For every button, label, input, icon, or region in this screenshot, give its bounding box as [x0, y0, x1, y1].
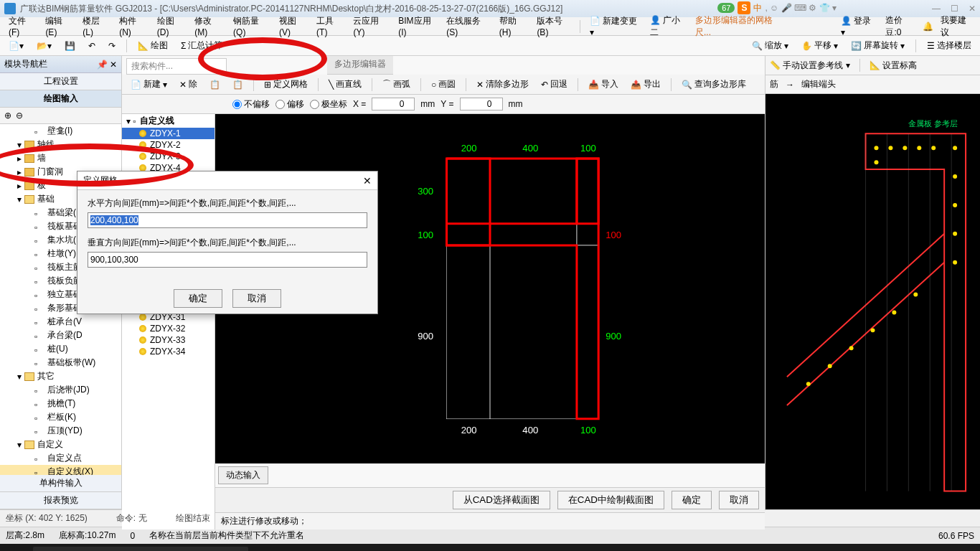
menu-floor[interactable]: 楼层(L) — [78, 13, 112, 39]
new-file-icon[interactable]: 📄▾ — [4, 39, 28, 52]
undo-polygon-button[interactable]: ↶ 回退 — [537, 77, 572, 92]
dialog-ok-button[interactable]: 确定 — [174, 289, 222, 308]
delete-polygon-button[interactable]: ✕ 除 — [175, 77, 202, 92]
export-button[interactable]: 📤 导出 — [626, 77, 665, 92]
single-component-input[interactable]: 单构件输入 — [0, 475, 121, 492]
menu-version[interactable]: 版本号(B) — [532, 13, 575, 39]
dynamic-input-button[interactable]: 动态输入 — [218, 466, 268, 484]
list-item[interactable]: ZDYX-2 — [122, 139, 215, 151]
tree-item[interactable]: ▾其它 — [0, 369, 121, 383]
tree-item[interactable]: ▫自定义点 — [0, 451, 121, 465]
horizontal-spacing-input[interactable]: 200,400,100 — [88, 212, 367, 228]
edge-icon[interactable]: e — [326, 545, 346, 551]
notepad-icon[interactable]: 📝 — [519, 545, 540, 551]
draw-line-button[interactable]: ╲ 画直线 — [324, 77, 366, 92]
menu-help[interactable]: 帮助(H) — [495, 13, 530, 39]
dialog-cancel-button[interactable]: 取消 — [232, 289, 281, 308]
tree-item[interactable]: ▸墙 — [0, 151, 121, 165]
list-item[interactable]: ZDYX-33 — [122, 334, 215, 346]
clear-polygon-button[interactable]: ✕ 清除多边形 — [472, 77, 533, 92]
report-preview[interactable]: 报表预览 — [0, 492, 121, 509]
rotate-button[interactable]: 🔄 屏幕旋转 ▾ — [847, 38, 909, 53]
dialog-close-button[interactable]: ✕ — [363, 175, 372, 187]
menu-online[interactable]: 在线服务(S) — [442, 13, 492, 39]
expand-icon[interactable]: ⊕ — [4, 110, 11, 121]
edge2-icon[interactable]: e — [374, 545, 395, 551]
tree-item[interactable]: ▫桩承台(V — [0, 315, 121, 329]
cortana-search[interactable]: ○ 在这里输入你要搜索的内容 — [33, 547, 248, 551]
menu-rebar[interactable]: 钢筋量(Q) — [229, 13, 272, 39]
draw-button[interactable]: 📐 绘图 — [133, 38, 172, 53]
list-item[interactable]: ZDYX-1 — [122, 128, 215, 139]
draw-in-cad-button[interactable]: 在CAD中绘制截面图 — [557, 491, 664, 509]
sogou-ime-icon[interactable]: S — [738, 1, 750, 14]
import-button[interactable]: 📥 导入 — [584, 77, 623, 92]
app-icon-1[interactable]: ❋ — [301, 545, 321, 551]
new-change-button[interactable]: 📄 新建变更 ▾ — [585, 13, 643, 39]
no-offset-radio[interactable]: 不偏移 — [232, 98, 270, 110]
zoom-button[interactable]: 🔍 缩放 ▾ — [748, 38, 793, 53]
cancel-button[interactable]: 取消 — [719, 491, 759, 509]
tree-item[interactable]: ▫桩(U) — [0, 342, 121, 356]
menu-view[interactable]: 视图(V) — [275, 13, 309, 39]
select-floor-button[interactable]: ☰ 选择楼层 — [923, 38, 976, 53]
copy-icon[interactable]: 📋 — [205, 78, 225, 91]
start-button[interactable]: ⊞ — [3, 545, 29, 551]
tree-item[interactable]: ▫压顶(YD) — [0, 424, 121, 438]
polygon-editor-tab[interactable]: 多边形编辑器 — [327, 56, 393, 75]
tree-item[interactable]: ▫壁龛(I) — [0, 124, 121, 138]
vertical-spacing-input[interactable]: 900,100,300 — [88, 252, 367, 268]
menu-tool[interactable]: 工具(T) — [312, 13, 346, 39]
store-icon[interactable]: 🛍 — [350, 545, 370, 551]
menu-draw[interactable]: 绘图(D) — [153, 13, 188, 39]
set-elevation-button[interactable]: 📐 设置标高 — [870, 60, 917, 72]
new-polygon-button[interactable]: 📄 新建 ▾ — [126, 77, 171, 92]
task-view-icon[interactable]: ▭ — [253, 545, 273, 551]
confirm-button[interactable]: 确定 — [672, 491, 712, 509]
sum-button[interactable]: Σ 汇总计算 — [176, 38, 227, 53]
draw-arc-button[interactable]: ⌒ 画弧 — [378, 77, 415, 92]
ie-icon[interactable]: e — [423, 545, 443, 551]
offset-radio[interactable]: 偏移 — [275, 98, 304, 110]
y-input[interactable]: 0 — [460, 98, 503, 110]
define-grid-button[interactable]: ⊞ 定义网格 — [260, 77, 312, 92]
component-search[interactable]: 搜索构件... — [126, 58, 227, 75]
list-root[interactable]: ▾ ▫ 自定义线 — [122, 114, 215, 128]
tree-item[interactable]: ▫栏板(K) — [0, 410, 121, 424]
notification-count[interactable]: 67 — [717, 3, 735, 13]
excel-icon[interactable]: 📊 — [399, 545, 419, 551]
tree-item[interactable]: ▫承台梁(D — [0, 329, 121, 342]
collapse-icon[interactable]: ⊖ — [16, 110, 23, 121]
tree-item[interactable]: ▫基础板带(W) — [0, 356, 121, 369]
menu-edit[interactable]: 编辑(E) — [41, 13, 75, 39]
login-button[interactable]: 👤 登录 ▾ — [837, 13, 879, 39]
list-item[interactable]: ZDYX-3 — [122, 151, 215, 162]
query-polygon-button[interactable]: 🔍 查询多边形库 — [677, 77, 750, 92]
guangxiaoer-button[interactable]: 👤 广小二 — [646, 12, 689, 41]
redo-icon[interactable]: ↷ — [104, 39, 120, 52]
tree-item[interactable]: ▫挑檐(T) — [0, 397, 121, 410]
tree-item[interactable]: ▾自定义 — [0, 438, 121, 451]
tree-item[interactable]: ▫后浇带(JD) — [0, 383, 121, 397]
paste-icon[interactable]: 📋 — [228, 78, 248, 91]
edit-end-button[interactable]: 编辑端头 — [801, 78, 836, 90]
pan-button[interactable]: ✋ 平移 ▾ — [797, 38, 842, 53]
undo-icon[interactable]: ↶ — [84, 39, 100, 52]
tree-item[interactable]: ▫自定义线(X) — [0, 465, 121, 475]
draw-circle-button[interactable]: ○ 画圆 — [427, 77, 460, 92]
x-input[interactable]: 0 — [372, 98, 415, 110]
right-canvas[interactable]: 金属板 参考层 — [765, 94, 980, 509]
drawing-input-tab[interactable]: 绘图输入 — [0, 90, 121, 108]
menu-cloud[interactable]: 云应用(Y) — [349, 13, 391, 39]
polar-radio[interactable]: 极坐标 — [310, 98, 347, 110]
edit-rebar-button[interactable]: 筋 — [770, 78, 778, 90]
menu-modify[interactable]: 修改(M) — [190, 13, 226, 39]
suggest-button[interactable]: 我要建议 — [936, 12, 976, 41]
menu-bim[interactable]: BIM应用(I) — [394, 13, 439, 39]
open-file-icon[interactable]: 📂▾ — [32, 39, 56, 52]
tree-item[interactable]: ▾轴线 — [0, 138, 121, 151]
menu-file[interactable]: 文件(F) — [4, 13, 38, 39]
engineering-settings[interactable]: 工程设置 — [0, 73, 121, 90]
menu-component[interactable]: 构件(N) — [115, 13, 150, 39]
file-explorer-icon[interactable]: 📁 — [277, 545, 297, 551]
